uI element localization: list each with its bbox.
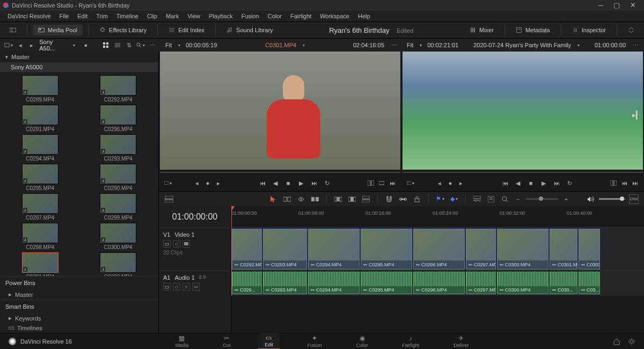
minimize-button[interactable]: ─ — [592, 0, 609, 11]
video-clip[interactable]: ⚯C0296.MP4 — [413, 229, 465, 270]
source-loop-button[interactable]: ↻ — [323, 179, 331, 187]
clip-thumbnail[interactable]: ♪C0289.MP4 — [3, 75, 77, 103]
timeline-loop-button[interactable]: ↻ — [566, 179, 573, 187]
source-stop-button[interactable]: ■ — [284, 179, 292, 187]
playhead[interactable] — [231, 206, 232, 227]
metadata-tab[interactable]: Metadata — [510, 25, 555, 35]
clip-thumbnail[interactable]: ♪C0295.MP4 — [3, 164, 77, 191]
volume-icon-button[interactable] — [586, 194, 596, 204]
sound-library-tab[interactable]: Sound Library — [221, 25, 279, 35]
timeline-timecode[interactable]: 01:00:00:00 — [159, 206, 231, 228]
sort-button[interactable]: ⇅ — [125, 41, 134, 49]
timeline-fit-label[interactable]: Fit — [407, 42, 413, 48]
av-sync-button[interactable] — [472, 194, 482, 204]
timeline-first-button[interactable]: ⏮ — [501, 179, 509, 187]
grid-view-button[interactable] — [102, 41, 111, 49]
record-icon[interactable]: ● — [82, 41, 90, 49]
menu-workspace[interactable]: Workspace — [316, 13, 354, 19]
menu-view[interactable]: View — [183, 13, 204, 19]
video-lock-button[interactable] — [163, 240, 171, 248]
bin-dropdown-icon[interactable]: ▾ — [73, 43, 75, 48]
link-button[interactable] — [398, 194, 408, 204]
expand-button[interactable] — [623, 25, 640, 35]
menu-trim[interactable]: Trim — [92, 13, 112, 19]
audio-auto-button[interactable]: ◇ — [173, 283, 180, 290]
timeline-ruler[interactable]: 01:00:00:0001:00:08:0001:00:16:0001:00:2… — [231, 206, 644, 228]
search-button[interactable]: ▾ — [136, 41, 145, 49]
source-options-button[interactable]: ⋯ — [390, 41, 398, 49]
page-fusion[interactable]: ✦Fusion — [301, 333, 328, 349]
power-bins-header[interactable]: Power Bins — [0, 276, 158, 289]
source-clip-name[interactable]: C0301.MP4 — [265, 42, 296, 48]
settings-button[interactable] — [628, 338, 635, 345]
flag-button[interactable]: ⚑▾ — [435, 194, 445, 204]
timeline-next-mark-button[interactable]: ▸ — [457, 179, 465, 187]
audio-mute-button[interactable]: M — [192, 283, 200, 290]
timeline-name[interactable]: 2020-07-24 Ryan's Party With Family — [473, 42, 571, 48]
source-next-button[interactable]: ⏭ — [310, 179, 318, 187]
edit-index-tab[interactable]: Edit Index — [163, 25, 210, 35]
page-color[interactable]: ◉Color — [350, 333, 375, 349]
source-overwrite-button[interactable]: ⏭ — [389, 179, 396, 187]
replace-clip-button[interactable] — [361, 194, 371, 204]
page-deliver[interactable]: ✈Deliver — [447, 333, 475, 349]
source-prev-mark-button[interactable]: ◂ — [193, 179, 201, 187]
clip-thumbnail[interactable]: ♪C0300.MP4 — [82, 223, 156, 250]
video-clip[interactable]: ⚯C0292.MP4 — [232, 229, 262, 270]
timeline-stop-button[interactable]: ■ — [527, 179, 535, 187]
selection-tool-button[interactable] — [268, 194, 278, 204]
audio-clip[interactable]: ⚯C029... — [232, 272, 262, 294]
audio-clip[interactable]: ⚯C0300.MP4 — [497, 272, 548, 294]
media-pool-tab[interactable]: Media Pool — [33, 25, 83, 35]
clip-thumbnail[interactable]: ♪C0299.MP4 — [82, 193, 156, 221]
timeline-next-button[interactable]: ⏭ — [553, 179, 560, 187]
clip-thumbnail[interactable]: ♪C0290.MP4 — [82, 164, 156, 191]
source-scrubber[interactable] — [160, 170, 400, 175]
power-bins-master[interactable]: ▸Master — [0, 289, 158, 300]
source-fit-label[interactable]: Fit — [165, 42, 172, 48]
home-button[interactable] — [613, 338, 620, 345]
audio-lock-button[interactable] — [163, 283, 171, 290]
sidebar-toggle-button[interactable] — [4, 25, 21, 35]
zoom-slider[interactable] — [526, 198, 558, 200]
audio-clip[interactable]: ⚯C030... — [550, 272, 577, 294]
menu-davinci[interactable]: DaVinci Resolve — [3, 13, 55, 19]
effects-library-tab[interactable]: Effects Library — [94, 25, 152, 35]
snap-button[interactable] — [384, 194, 394, 204]
bin-options-button[interactable]: ⋯ — [148, 41, 157, 49]
menu-timeline[interactable]: Timeline — [112, 13, 143, 19]
source-mark-button[interactable]: ● — [204, 179, 211, 187]
marker-button[interactable]: ◆▾ — [449, 194, 459, 204]
zoom-fit-button[interactable] — [500, 194, 510, 204]
menu-playback[interactable]: Playback — [204, 13, 237, 19]
video-auto-button[interactable]: ◇ — [173, 240, 180, 248]
timeline-prev-button[interactable]: ◀ — [514, 179, 522, 187]
video-track[interactable]: ⚯C0292.MP4⚯C0293.MP4⚯C0294.MP4⚯C0295.MP4… — [231, 228, 644, 271]
page-cut[interactable]: ✂Cut — [216, 333, 237, 349]
bin-item-sony[interactable]: Sony A5000 — [0, 62, 158, 72]
clip-thumbnail[interactable]: ♪C0292.MP4 — [82, 75, 156, 103]
zoom-in-button[interactable]: + — [561, 194, 571, 204]
clip-thumbnail[interactable]: ♪C0301.MP4 — [3, 252, 77, 276]
trim-tool-button[interactable] — [282, 194, 292, 204]
smart-bins-keywords[interactable]: ▸Keywords — [0, 313, 158, 323]
smart-bins-timelines[interactable]: Timelines — [0, 323, 158, 333]
menu-edit[interactable]: Edit — [73, 13, 92, 19]
timeline-mark-button[interactable]: ● — [447, 179, 454, 187]
source-first-button[interactable]: ⏮ — [259, 179, 266, 187]
bin-list-button[interactable]: ▾ — [4, 41, 13, 49]
audio-clip[interactable]: ⚯C0297.MP4 — [466, 272, 496, 294]
audio-clip[interactable]: ⚯C0296.MP4 — [413, 272, 465, 294]
clip-thumbnail[interactable]: ♪C0294.MP4 — [3, 134, 77, 162]
audio-clip[interactable]: ⚯C0294.MP4 — [308, 272, 360, 294]
clip-thumbnail[interactable]: ♪C0293.MP4 — [82, 134, 156, 162]
video-enable-button[interactable] — [182, 240, 190, 248]
video-clip[interactable]: ⚯C0293.MP4 — [263, 229, 307, 270]
audio-clip[interactable]: ⚯C0295.MP4 — [361, 272, 412, 294]
source-prev-button[interactable]: ◀ — [272, 179, 279, 187]
timeline-match-button[interactable] — [610, 179, 617, 187]
video-clip[interactable]: ⚯C0294.MP4 — [308, 229, 360, 270]
bin-back-button[interactable]: ◂ — [16, 41, 25, 49]
lock-button[interactable] — [412, 194, 422, 204]
audio-solo-button[interactable]: S — [182, 283, 190, 290]
